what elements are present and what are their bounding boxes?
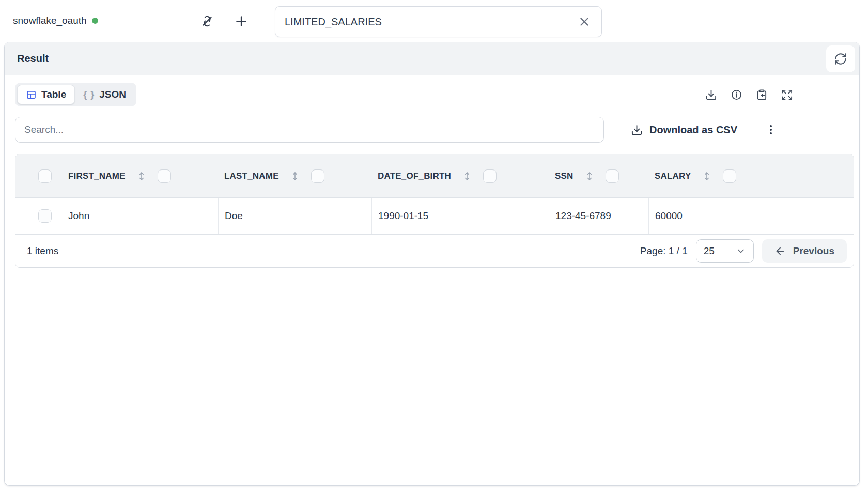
result-panel: Result: [4, 42, 860, 486]
query-tab-title: LIMITED_SALARIES: [285, 16, 577, 28]
clipboard-icon: [756, 89, 768, 101]
connection-info: snowflake_oauth: [13, 0, 98, 41]
query-tab[interactable]: LIMITED_SALARIES: [275, 6, 602, 37]
chevron-down-icon: [736, 246, 746, 256]
cell-first-name: John: [62, 198, 218, 234]
expand-button[interactable]: [781, 88, 793, 101]
connection-name: snowflake_oauth: [13, 15, 87, 26]
refresh-icon: [834, 52, 847, 66]
table-header-row: FIRST_NAME LAST_NAME: [16, 154, 854, 198]
column-header-date-of-birth: DATE_OF_BIRTH: [371, 154, 549, 197]
select-all-checkbox[interactable]: [38, 169, 52, 183]
copy-to-clipboard-button[interactable]: [755, 88, 768, 101]
table-row[interactable]: John Doe 1990-01-15 123-45-6789 60000: [16, 198, 854, 234]
download-icon: [705, 89, 717, 101]
column-label: SALARY: [655, 171, 691, 181]
select-all-cell: [16, 154, 62, 197]
close-tab-button[interactable]: [577, 14, 592, 29]
column-header-salary: SALARY: [648, 154, 854, 197]
plus-icon: [234, 13, 249, 29]
expand-icon: [781, 89, 793, 101]
result-panel-body: Table { } JSON: [5, 75, 859, 268]
braces-icon: { }: [83, 89, 95, 100]
sort-icon[interactable]: [701, 171, 712, 182]
tab-json-view[interactable]: { } JSON: [75, 85, 134, 104]
info-icon: [731, 89, 742, 101]
sort-icon[interactable]: [461, 171, 473, 182]
disconnect-button[interactable]: [198, 13, 216, 29]
cell-salary: 60000: [648, 198, 854, 234]
column-header-ssn: SSN: [549, 154, 648, 197]
result-actions: [705, 88, 793, 101]
download-csv-label: Download as CSV: [649, 124, 737, 136]
page-size-value: 25: [704, 245, 715, 257]
cell-ssn: 123-45-6789: [549, 198, 648, 234]
search-input[interactable]: [15, 117, 604, 143]
sort-icon[interactable]: [584, 171, 595, 182]
result-panel-header: Result: [5, 42, 859, 75]
column-checkbox[interactable]: [158, 169, 171, 183]
page-size-select[interactable]: 25: [696, 239, 754, 263]
results-table: FIRST_NAME LAST_NAME: [15, 154, 854, 268]
table-view-label: Table: [41, 89, 66, 100]
column-header-last-name: LAST_NAME: [218, 154, 371, 197]
table-grid-icon: [26, 89, 37, 100]
connection-status-dot: [92, 18, 98, 24]
cell-last-name: Doe: [218, 198, 371, 234]
view-toolbar: Table { } JSON: [15, 83, 849, 106]
sort-icon[interactable]: [289, 171, 301, 182]
sort-icon[interactable]: [136, 171, 147, 182]
refresh-button[interactable]: [826, 45, 855, 72]
add-tab-button[interactable]: [233, 13, 250, 29]
arrow-left-icon: [774, 245, 786, 257]
column-label: LAST_NAME: [224, 171, 279, 181]
top-bar: snowflake_oauth LIMITED_SALARIES: [0, 0, 868, 41]
download-button[interactable]: [705, 88, 717, 101]
previous-label: Previous: [793, 245, 834, 257]
column-checkbox[interactable]: [606, 169, 619, 183]
page-indicator: Page: 1 / 1: [640, 245, 688, 257]
column-checkbox[interactable]: [311, 169, 324, 183]
download-icon: [631, 124, 643, 136]
panel-title: Result: [17, 53, 49, 65]
cell-date-of-birth: 1990-01-15: [371, 198, 549, 234]
column-label: FIRST_NAME: [68, 171, 126, 181]
column-label: SSN: [555, 171, 574, 181]
column-label: DATE_OF_BIRTH: [378, 171, 451, 181]
json-view-label: JSON: [99, 89, 126, 100]
info-button[interactable]: [730, 88, 742, 101]
view-toggle: Table { } JSON: [15, 83, 136, 106]
column-checkbox[interactable]: [483, 169, 497, 183]
download-csv-button[interactable]: Download as CSV: [631, 124, 737, 136]
column-checkbox[interactable]: [723, 169, 736, 183]
kebab-menu-icon: [765, 123, 777, 136]
table-footer: 1 items Page: 1 / 1 25: [16, 234, 854, 267]
pagination-controls: Page: 1 / 1 25: [640, 239, 847, 263]
row-checkbox[interactable]: [38, 209, 52, 223]
previous-page-button[interactable]: Previous: [762, 239, 847, 263]
search-toolbar: Download as CSV: [15, 117, 849, 143]
column-header-first-name: FIRST_NAME: [62, 154, 218, 197]
row-select-cell: [16, 198, 62, 234]
more-options-button[interactable]: [764, 123, 778, 136]
tab-table-view[interactable]: Table: [17, 85, 75, 104]
close-icon: [578, 15, 591, 28]
unlink-icon: [200, 14, 214, 28]
items-count: 1 items: [27, 245, 58, 257]
